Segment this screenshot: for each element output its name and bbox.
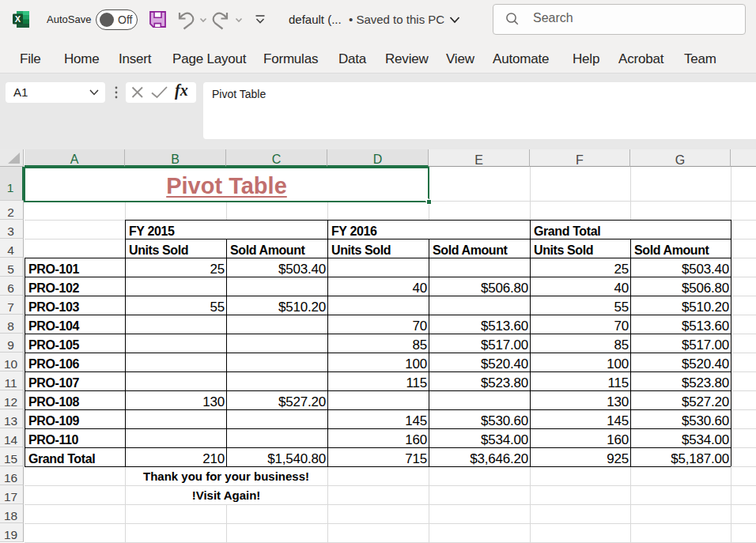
svg-text:X: X bbox=[15, 14, 21, 24]
